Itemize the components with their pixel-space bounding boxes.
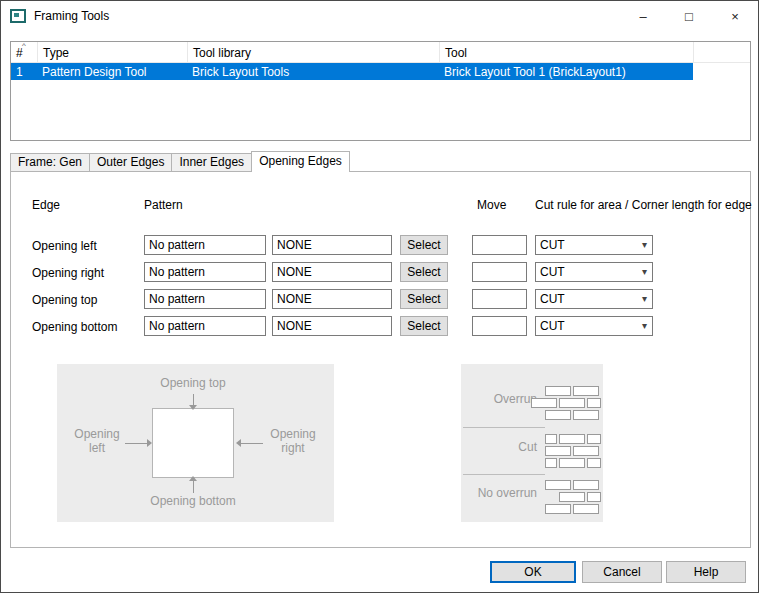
diagram-label-no-overrun: No overrun: [461, 486, 537, 500]
opening-rectangle: [152, 408, 234, 478]
brick: [531, 398, 557, 408]
chevron-down-icon: ▾: [642, 320, 647, 331]
move-input[interactable]: [472, 316, 527, 336]
brick: [545, 480, 571, 490]
brick: [587, 398, 601, 408]
brick: [559, 492, 585, 502]
arrow-down-icon: [189, 394, 198, 410]
header-cut-rule: Cut rule for area / Corner length for ed…: [535, 198, 752, 212]
edge-row-opening-right: Opening right Select CUT ▾: [11, 262, 750, 282]
arrow-right-icon: [125, 439, 152, 448]
chevron-down-icon: ▾: [642, 266, 647, 277]
tab-strip: Frame: Gen Outer Edges Inner Edges Openi…: [10, 151, 350, 171]
pattern-name-field[interactable]: [144, 262, 266, 282]
brick: [545, 434, 557, 444]
pattern-name-field[interactable]: [144, 289, 266, 309]
brick: [545, 458, 557, 468]
arrow-up-icon: [189, 476, 198, 493]
move-input[interactable]: [472, 262, 527, 282]
diagram-label-opening-right: Opening right: [261, 427, 325, 455]
select-pattern-button[interactable]: Select: [400, 289, 448, 309]
brick: [559, 398, 585, 408]
pattern-code-field[interactable]: [272, 235, 392, 255]
select-pattern-button[interactable]: Select: [400, 316, 448, 336]
section-divider: [463, 474, 545, 475]
cut-rule-select[interactable]: CUT ▾: [535, 262, 653, 282]
maximize-button[interactable]: □: [666, 1, 712, 31]
brick: [545, 504, 571, 514]
cut-rule-value: CUT: [540, 292, 565, 306]
edge-row-label: Opening top: [32, 293, 97, 307]
brick: [587, 434, 601, 444]
brick: [587, 492, 601, 502]
ok-button[interactable]: OK: [490, 561, 576, 583]
edge-row-label: Opening left: [32, 239, 97, 253]
tool-table-row[interactable]: 1 Pattern Design Tool Brick Layout Tools…: [11, 63, 693, 80]
select-pattern-button[interactable]: Select: [400, 262, 448, 282]
brick: [573, 480, 599, 490]
cut-rule-value: CUT: [540, 238, 565, 252]
diagram-label-overrun: Overrun: [461, 392, 537, 406]
header-move: Move: [477, 198, 506, 212]
column-header-filler: [693, 42, 750, 62]
move-input[interactable]: [472, 235, 527, 255]
brick: [545, 410, 571, 420]
column-header-type[interactable]: Type: [37, 42, 187, 62]
cell-number: 1: [11, 65, 37, 79]
edge-row-label: Opening right: [32, 266, 104, 280]
arrow-left-icon: [236, 439, 263, 448]
cut-rule-select[interactable]: CUT ▾: [535, 316, 653, 336]
brick: [587, 458, 601, 468]
cut-rule-value: CUT: [540, 265, 565, 279]
cut-rule-diagram: Overrun Cut No overrun: [461, 364, 603, 522]
brick: [573, 410, 599, 420]
column-header-tool[interactable]: Tool: [439, 42, 693, 62]
brick: [545, 386, 571, 396]
cut-rule-select[interactable]: CUT ▾: [535, 289, 653, 309]
select-pattern-button[interactable]: Select: [400, 235, 448, 255]
tab-frame-gen[interactable]: Frame: Gen: [10, 153, 90, 171]
chevron-down-icon: ▾: [642, 293, 647, 304]
titlebar: Framing Tools – □ ×: [1, 1, 758, 31]
header-pattern: Pattern: [144, 198, 183, 212]
help-button[interactable]: Help: [666, 561, 746, 583]
app-icon: [10, 8, 26, 24]
pattern-code-field[interactable]: [272, 316, 392, 336]
brick: [573, 504, 599, 514]
diagram-label-opening-left: Opening left: [69, 427, 125, 455]
brick: [573, 386, 599, 396]
edge-row-opening-bottom: Opening bottom Select CUT ▾: [11, 316, 750, 336]
chevron-down-icon: ▾: [642, 239, 647, 250]
tab-opening-edges[interactable]: Opening Edges: [251, 151, 350, 172]
cut-rule-value: CUT: [540, 319, 565, 333]
tool-table-header: ^ # Type Tool library Tool: [11, 42, 750, 63]
cancel-button[interactable]: Cancel: [582, 561, 662, 583]
column-header-tool-library[interactable]: Tool library: [187, 42, 439, 62]
pattern-code-field[interactable]: [272, 289, 392, 309]
section-divider: [463, 427, 545, 428]
cell-tool: Brick Layout Tool 1 (BrickLayout1): [439, 65, 693, 79]
opening-edges-diagram: Opening top Opening left Opening right O…: [57, 364, 334, 522]
close-button[interactable]: ×: [712, 1, 758, 31]
header-edge: Edge: [32, 198, 60, 212]
pattern-name-field[interactable]: [144, 235, 266, 255]
tab-inner-edges[interactable]: Inner Edges: [171, 153, 252, 171]
cut-rule-select[interactable]: CUT ▾: [535, 235, 653, 255]
move-input[interactable]: [472, 289, 527, 309]
tool-table: ^ # Type Tool library Tool 1 Pattern Des…: [10, 41, 751, 141]
pattern-name-field[interactable]: [144, 316, 266, 336]
framing-tools-window: Framing Tools – □ × ^ # Type Tool librar…: [0, 0, 759, 593]
column-header-number[interactable]: ^ #: [11, 42, 37, 62]
minimize-button[interactable]: –: [620, 1, 666, 31]
brick: [559, 458, 585, 468]
diagram-label-opening-top: Opening top: [103, 376, 283, 390]
diagram-label-opening-bottom: Opening bottom: [103, 494, 283, 508]
diagram-label-cut: Cut: [461, 440, 537, 454]
cell-tool-library: Brick Layout Tools: [187, 65, 439, 79]
window-title: Framing Tools: [34, 9, 109, 23]
edge-row-opening-left: Opening left Select CUT ▾: [11, 235, 750, 255]
brick: [559, 434, 585, 444]
pattern-code-field[interactable]: [272, 262, 392, 282]
edge-row-label: Opening bottom: [32, 320, 117, 334]
tab-outer-edges[interactable]: Outer Edges: [89, 153, 172, 171]
